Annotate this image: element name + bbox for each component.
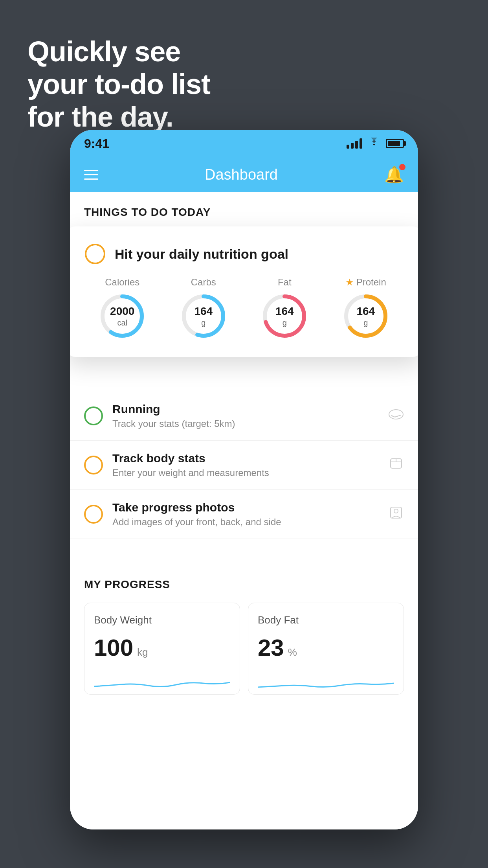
- todo-text-photos: Take progress photos Add images of your …: [112, 501, 379, 528]
- nutrition-item-fat: Fat 164 g: [261, 277, 308, 340]
- list-item[interactable]: Take progress photos Add images of your …: [70, 490, 418, 539]
- body-fat-value-row: 23 %: [258, 634, 394, 661]
- body-weight-unit: kg: [137, 646, 148, 658]
- battery-icon: [386, 139, 404, 148]
- fat-label: Fat: [278, 277, 292, 288]
- hero-line2: your to-do list: [28, 68, 210, 101]
- protein-label: ★ Protein: [345, 277, 386, 288]
- nutrition-card: Hit your daily nutrition goal Calories 2…: [70, 226, 418, 357]
- section-header-todo: THINGS TO DO TODAY: [70, 192, 418, 226]
- body-weight-chart: [94, 671, 230, 694]
- scale-icon: [388, 456, 404, 475]
- todo-subtitle-running: Track your stats (target: 5km): [112, 418, 379, 429]
- todo-text-stats: Track body stats Enter your weight and m…: [112, 452, 379, 478]
- body-weight-value: 100: [94, 634, 133, 661]
- nutrition-row: Calories 2000 cal Carbs: [85, 277, 403, 340]
- person-icon: [388, 505, 404, 524]
- todo-text-running: Running Track your stats (target: 5km): [112, 403, 379, 429]
- nav-bar: Dashboard 🔔: [70, 157, 418, 192]
- star-icon: ★: [345, 277, 354, 288]
- protein-unit: g: [356, 318, 375, 327]
- hero-line3: for the day.: [28, 101, 210, 133]
- todo-title-stats: Track body stats: [112, 452, 379, 465]
- carbs-value: 164: [194, 305, 213, 318]
- body-fat-card[interactable]: Body Fat 23 %: [248, 603, 404, 695]
- body-weight-card[interactable]: Body Weight 100 kg: [84, 603, 240, 695]
- body-fat-value: 23: [258, 634, 284, 661]
- calories-value: 2000: [110, 305, 134, 318]
- svg-point-5: [394, 509, 398, 513]
- hero-text: Quickly see your to-do list for the day.: [28, 35, 210, 133]
- nutrition-item-protein: ★ Protein 164 g: [342, 277, 389, 340]
- nutrition-item-carbs: Carbs 164 g: [180, 277, 227, 340]
- fat-unit: g: [275, 318, 294, 327]
- card-checkbox[interactable]: [85, 244, 105, 264]
- status-time: 9:41: [84, 136, 109, 151]
- nav-title: Dashboard: [205, 166, 278, 183]
- progress-cards: Body Weight 100 kg Body Fat: [84, 603, 404, 695]
- svg-point-0: [389, 410, 403, 419]
- calories-unit: cal: [110, 318, 134, 327]
- status-bar: 9:41: [70, 130, 418, 157]
- nutrition-item-calories: Calories 2000 cal: [99, 277, 146, 340]
- menu-button[interactable]: [84, 170, 98, 180]
- todo-circle-stats: [84, 456, 103, 474]
- todo-title-photos: Take progress photos: [112, 501, 379, 514]
- protein-value: 164: [356, 305, 375, 318]
- body-weight-title: Body Weight: [94, 614, 230, 626]
- todo-subtitle-stats: Enter your weight and measurements: [112, 467, 379, 478]
- hero-line1: Quickly see: [28, 35, 210, 68]
- wifi-icon: [368, 137, 380, 150]
- todo-circle-photos: [84, 505, 103, 524]
- todo-subtitle-photos: Add images of your front, back, and side: [112, 517, 379, 528]
- body-fat-chart: [258, 671, 394, 694]
- fat-value: 164: [275, 305, 294, 318]
- todo-circle-running: [84, 406, 103, 425]
- card-title-row: Hit your daily nutrition goal: [85, 244, 403, 264]
- body-fat-title: Body Fat: [258, 614, 394, 626]
- card-title: Hit your daily nutrition goal: [115, 246, 288, 262]
- fat-ring: 164 g: [261, 292, 308, 340]
- carbs-unit: g: [194, 318, 213, 327]
- protein-ring: 164 g: [342, 292, 389, 340]
- list-item[interactable]: Track body stats Enter your weight and m…: [70, 441, 418, 490]
- progress-section: MY PROGRESS Body Weight 100 kg: [70, 563, 418, 710]
- list-item[interactable]: Running Track your stats (target: 5km): [70, 392, 418, 441]
- progress-header: MY PROGRESS: [84, 578, 404, 591]
- phone-screen: THINGS TO DO TODAY Running Track your st…: [70, 192, 418, 829]
- phone-mockup: 9:41 Dashboard 🔔: [70, 130, 418, 829]
- todo-title-running: Running: [112, 403, 379, 416]
- calories-label: Calories: [105, 277, 139, 288]
- signal-icon: [347, 138, 362, 149]
- status-icons: [347, 137, 404, 150]
- calories-ring: 2000 cal: [99, 292, 146, 340]
- carbs-label: Carbs: [191, 277, 216, 288]
- carbs-ring: 164 g: [180, 292, 227, 340]
- body-weight-value-row: 100 kg: [94, 634, 230, 661]
- notification-button[interactable]: 🔔: [384, 166, 404, 184]
- running-icon: [388, 406, 404, 426]
- body-fat-unit: %: [288, 646, 297, 658]
- notification-badge: [399, 164, 405, 170]
